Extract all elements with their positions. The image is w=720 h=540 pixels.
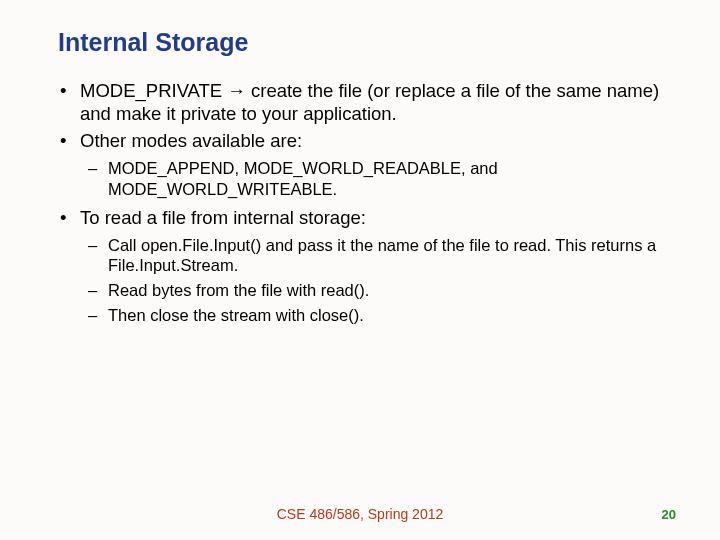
sub-bullet-list: Call open.File.Input() and pass it the n… (80, 235, 670, 326)
sub-bullet-item: Then close the stream with close(). (86, 305, 670, 326)
bullet-item: Other modes available are: MODE_APPEND, … (58, 129, 670, 199)
bullet-item: MODE_PRIVATE → create the file (or repla… (58, 79, 670, 125)
bullet-text: Other modes available are: (80, 130, 302, 151)
footer-course: CSE 486/586, Spring 2012 (0, 506, 720, 522)
slide-title: Internal Storage (58, 28, 670, 57)
sub-bullet-list: MODE_APPEND, MODE_WORLD_READABLE, and MO… (80, 158, 670, 199)
sub-bullet-item: Read bytes from the file with read(). (86, 280, 670, 301)
sub-bullet-item: MODE_APPEND, MODE_WORLD_READABLE, and MO… (86, 158, 670, 199)
page-number: 20 (662, 507, 676, 522)
bullet-item: To read a file from internal storage: Ca… (58, 206, 670, 326)
bullet-text: To read a file from internal storage: (80, 207, 366, 228)
bullet-list: MODE_PRIVATE → create the file (or repla… (58, 79, 670, 325)
sub-bullet-item: Call open.File.Input() and pass it the n… (86, 235, 670, 276)
